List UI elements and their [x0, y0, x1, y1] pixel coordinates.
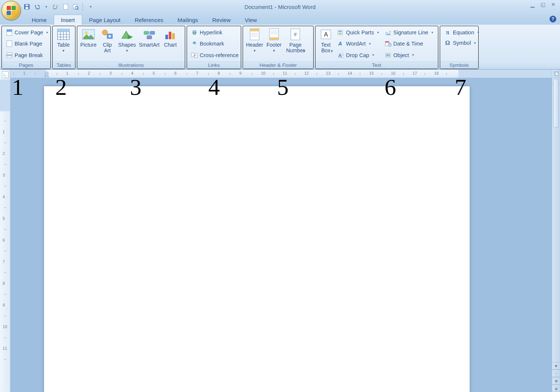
document-page[interactable]: [44, 86, 470, 392]
svg-rect-1: [12, 6, 16, 10]
dropcap-label: Drop Cap: [346, 52, 369, 58]
tab-references[interactable]: References: [128, 15, 171, 25]
new-doc-icon[interactable]: [62, 3, 69, 10]
page-viewport[interactable]: [10, 78, 552, 392]
group-tables-label: Tables: [53, 62, 75, 69]
dropdown-icon: ▼: [411, 53, 414, 57]
svg-rect-31: [150, 31, 155, 35]
picture-label: Picture: [80, 42, 97, 48]
datetime-icon: [385, 40, 392, 47]
datetime-button[interactable]: Date & Time: [384, 40, 435, 48]
shapes-button[interactable]: Shapes ▼: [117, 27, 137, 61]
horizontal-ruler[interactable]: 21123456789101112131415161718: [10, 70, 552, 78]
group-symbols-label: Symbols: [440, 62, 478, 69]
smartart-icon: [143, 28, 156, 41]
clipart-label: Clip Art: [103, 42, 112, 53]
scroll-down-icon[interactable]: ▼: [552, 362, 560, 370]
redo-icon[interactable]: [52, 3, 60, 10]
clipart-button[interactable]: Clip Art: [98, 27, 117, 61]
blank-page-icon: [6, 40, 13, 47]
dropdown-icon: ▼: [62, 48, 65, 54]
crossref-button[interactable]: Cross-reference: [190, 51, 238, 59]
dropcap-button[interactable]: A Drop Cap▼: [336, 51, 381, 59]
blank-page-label: Blank Page: [15, 41, 42, 47]
dropdown-icon: ▼: [330, 49, 333, 54]
crossref-icon: [191, 52, 198, 59]
bookmark-button[interactable]: Bookmark: [190, 40, 238, 48]
undo-dropdown-icon[interactable]: ▼: [43, 3, 50, 10]
office-button[interactable]: [1, 1, 21, 20]
tab-selector[interactable]: ∟: [2, 71, 9, 78]
minimize-button[interactable]: ▁: [529, 1, 536, 7]
svg-point-26: [85, 31, 88, 34]
equation-button[interactable]: π Equation▼: [443, 28, 475, 37]
quick-access-toolbar: ▼ ▼: [23, 3, 94, 11]
group-tables: Table ▼ Tables: [52, 26, 75, 69]
footer-button[interactable]: Footer ▼: [265, 27, 283, 61]
svg-rect-75: [554, 72, 558, 75]
clipart-icon: [101, 28, 114, 41]
hyperlink-label: Hyperlink: [200, 29, 222, 35]
chart-button[interactable]: Chart: [161, 27, 180, 61]
cover-page-button[interactable]: Cover Page▼: [5, 28, 47, 37]
header-icon: [248, 28, 261, 41]
group-text-label: Text: [315, 62, 438, 69]
restore-button[interactable]: ◱: [539, 1, 547, 7]
tab-page-layout[interactable]: Page Layout: [82, 15, 128, 25]
page-break-label: Page Break: [15, 52, 43, 58]
tab-review[interactable]: Review: [205, 15, 238, 25]
picture-button[interactable]: Picture: [79, 27, 98, 61]
textbox-button[interactable]: A Text Box ▼: [317, 27, 335, 61]
dropdown-icon: ▼: [253, 48, 256, 54]
prev-page-icon[interactable]: ⬘: [552, 377, 560, 385]
svg-rect-6: [25, 7, 28, 9]
help-icon[interactable]: ?: [550, 16, 556, 22]
wordart-label: WordArt: [346, 41, 366, 47]
vertical-ruler[interactable]: ∟ 1234567891011: [0, 70, 10, 392]
svg-rect-44: [250, 29, 259, 31]
vertical-scrollbar[interactable]: ▲ ▼ ◦ ⬘ ⬙: [552, 70, 560, 392]
table-button[interactable]: Table ▼: [54, 27, 73, 61]
smartart-button[interactable]: SmartArt: [137, 27, 161, 61]
svg-rect-49: [270, 37, 279, 40]
svg-rect-58: [339, 31, 342, 32]
signature-button[interactable]: Signature Line▼: [384, 28, 435, 37]
object-button[interactable]: Object▼: [384, 51, 435, 59]
group-illustrations: Picture Clip Art Shapes ▼ SmartArt Chart…: [77, 26, 185, 69]
header-button[interactable]: Header ▼: [245, 27, 265, 61]
group-text: A Text Box ▼ Quick Parts▼ A WordArt▼ A D…: [315, 26, 438, 69]
page-break-button[interactable]: Page Break: [5, 51, 47, 59]
bookmark-label: Bookmark: [200, 41, 224, 47]
indent-marker-icon[interactable]: [44, 71, 49, 77]
tab-mailings[interactable]: Mailings: [171, 15, 205, 25]
ruler-toggle-icon[interactable]: [552, 70, 560, 77]
tab-home[interactable]: Home: [25, 15, 54, 25]
save-icon[interactable]: [23, 3, 31, 10]
tab-insert[interactable]: Insert: [54, 15, 82, 25]
tab-view[interactable]: View: [238, 15, 264, 25]
dropdown-icon: ▼: [368, 42, 371, 46]
qat-customize-icon[interactable]: ▼: [87, 3, 94, 10]
svg-rect-24: [57, 29, 69, 32]
browse-object-icon[interactable]: ◦: [552, 370, 560, 377]
shapes-label: Shapes: [118, 42, 136, 48]
quickparts-button[interactable]: Quick Parts▼: [336, 28, 381, 37]
close-button[interactable]: ✕: [550, 1, 557, 7]
scroll-thumb[interactable]: [553, 79, 559, 127]
undo-icon[interactable]: [33, 3, 40, 10]
footer-label: Footer: [267, 42, 281, 48]
svg-rect-35: [165, 35, 168, 39]
textbox-icon: A: [319, 28, 333, 41]
blank-page-button[interactable]: Blank Page: [5, 40, 47, 48]
print-preview-icon[interactable]: [72, 3, 79, 10]
object-icon: [385, 52, 392, 59]
next-page-icon[interactable]: ⬙: [552, 385, 560, 392]
hyperlink-button[interactable]: Hyperlink: [190, 28, 238, 37]
wordart-button[interactable]: A WordArt▼: [336, 40, 381, 48]
page-number-icon: #: [289, 28, 302, 41]
symbol-button[interactable]: Ω Symbol▼: [443, 39, 475, 47]
page-number-button[interactable]: # Page Number ▼: [283, 27, 308, 61]
dropcap-icon: A: [337, 52, 344, 59]
chart-label: Chart: [164, 42, 177, 48]
group-links: Hyperlink Bookmark Cross-reference Links: [187, 26, 241, 69]
